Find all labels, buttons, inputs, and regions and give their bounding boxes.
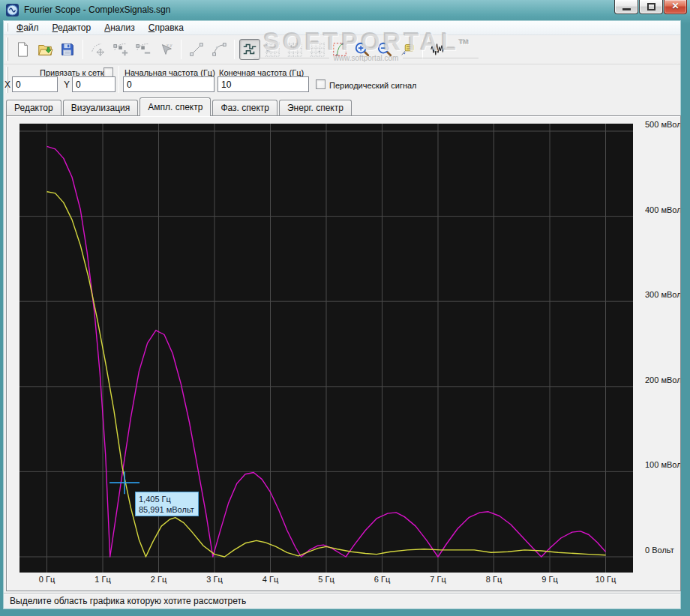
end-frequency-input[interactable]: [218, 76, 309, 92]
y-tick-3: 300 мВоль: [645, 290, 681, 299]
tab-strip: РедакторВизуализацияАмпл. спектрФаз. спе…: [4, 96, 680, 115]
menu-item-2[interactable]: Анализ: [98, 21, 142, 33]
window-title: Fourier Scope - ComplexSignals.sgn: [24, 4, 170, 15]
signal-grid-1-icon: [264, 41, 280, 58]
zoom-out-button[interactable]: [374, 39, 395, 60]
move-point-button: [88, 39, 109, 60]
toolbar: x,y: [4, 35, 680, 64]
status-bar: Выделите область графика которую хотите …: [4, 593, 680, 609]
tag-label-icon: [399, 41, 416, 58]
x-tick-7: 7 Гц: [422, 575, 454, 584]
signal-grid-2-button: [284, 39, 305, 60]
zoom-out-icon: [376, 41, 393, 58]
add-point-button: [110, 39, 131, 60]
title-bar[interactable]: Fourier Scope - ComplexSignals.sgn ✕: [0, 0, 690, 21]
parameter-bar: Привязать к сетке X Y Начальная частота …: [4, 64, 680, 96]
tab-4[interactable]: Энерг. спектр: [279, 100, 352, 115]
start-frequency-input[interactable]: [123, 76, 214, 92]
menu-item-0[interactable]: Файл: [10, 21, 46, 33]
maximize-icon: [647, 3, 656, 10]
spectrum-plot-svg: [20, 124, 633, 573]
x-tick-3: 3 Гц: [198, 575, 231, 584]
waveform-button[interactable]: [428, 39, 448, 60]
zoom-in-button[interactable]: [352, 39, 373, 60]
x-tick-4: 4 Гц: [254, 575, 287, 584]
remove-point-icon: [135, 41, 152, 58]
tooltip-frequency: 1,405 Гц: [139, 494, 195, 504]
select-curve-icon: [332, 41, 348, 58]
periodic-signal-label: Периодический сигнал: [329, 81, 417, 90]
app-window: Fourier Scope - ComplexSignals.sgn ✕ Фай…: [0, 0, 690, 616]
x-tick-0: 0 Гц: [31, 575, 64, 584]
cursor-crosshair-icon: [110, 471, 140, 494]
y-tick-4: 400 мВоль: [645, 205, 681, 214]
x-coordinate-label: X: [4, 79, 10, 90]
y-tick-2: 200 мВоль: [645, 375, 681, 384]
toolbar-separator: [181, 40, 182, 59]
new-file-icon: [14, 41, 31, 58]
signal-grid-3-button: [307, 39, 328, 60]
bezier-curve-button[interactable]: [208, 39, 230, 60]
menu-bar: ФайлРедакторАнализСправка: [4, 21, 680, 35]
close-icon: ✕: [664, 1, 686, 11]
y-coordinate-label: Y: [64, 79, 70, 90]
spectrum-chart[interactable]: 1,405 Гц 85,991 мВольт: [20, 124, 633, 573]
periodic-signal-checkbox[interactable]: [316, 79, 326, 89]
toolbar-gripper: [6, 37, 8, 61]
tab-0[interactable]: Редактор: [6, 100, 62, 115]
line-segment-icon: [188, 41, 205, 58]
maximize-button[interactable]: [639, 0, 663, 14]
x-tick-9: 9 Гц: [533, 575, 566, 584]
save-file-button[interactable]: [57, 39, 78, 60]
select-curve-button[interactable]: [329, 39, 350, 60]
y-axis-labels: 0 Вольт100 мВоль200 мВоль300 мВоль400 мВ…: [639, 116, 681, 591]
zoom-in-icon: [354, 41, 370, 58]
cursor-tooltip: 1,405 Гц 85,991 мВольт: [135, 492, 199, 516]
app-logo-icon: [6, 4, 19, 16]
toolbar-separator: [234, 40, 235, 59]
tab-2[interactable]: Ампл. спектр: [140, 97, 211, 116]
waveform-icon: [430, 41, 446, 58]
add-point-icon: [112, 41, 129, 58]
menu-item-1[interactable]: Редактор: [46, 21, 98, 33]
spectrum-panel: 1,405 Гц 85,991 мВольт 0 Вольт100 мВоль2…: [6, 115, 681, 591]
toolbar-separator: [422, 40, 423, 59]
tab-3[interactable]: Фаз. спектр: [212, 100, 278, 115]
svg-text:x,y: x,y: [166, 43, 172, 47]
minimize-button[interactable]: [614, 0, 638, 14]
remove-point-button: [133, 39, 154, 60]
menu-gripper: [6, 23, 8, 31]
x-tick-2: 2 Гц: [142, 575, 176, 584]
y-coordinate-input[interactable]: [72, 76, 116, 92]
y-tick-0: 0 Вольт: [645, 546, 681, 555]
signal-grid-2-icon: [286, 41, 303, 58]
x-tick-8: 8 Гц: [478, 575, 511, 584]
grid-lines: [20, 124, 633, 573]
x-axis-labels: 0 Гц1 Гц2 Гц3 Гц4 Гц5 Гц6 Гц7 Гц8 Гц9 Гц…: [7, 575, 681, 587]
menu-item-3[interactable]: Справка: [142, 21, 190, 33]
signal-grid-3-icon: [309, 41, 326, 58]
x-tick-5: 5 Гц: [310, 575, 343, 584]
bezier-curve-icon: [211, 41, 227, 58]
square-wave-button[interactable]: [239, 39, 260, 60]
pointer-xy-icon: x,y: [158, 41, 174, 58]
open-file-icon: [37, 41, 53, 58]
move-point-icon: [90, 41, 106, 58]
controls-separator: [118, 66, 119, 93]
y-tick-5: 500 мВоль: [645, 120, 681, 129]
minimize-icon: [622, 8, 631, 10]
tag-label-button[interactable]: [397, 39, 418, 60]
x-coordinate-input[interactable]: [12, 76, 58, 92]
toolbar-separator: [82, 40, 83, 59]
save-file-icon: [59, 41, 76, 58]
client-area: ФайлРедакторАнализСправка x,y SOFTPORTAL…: [4, 21, 680, 609]
tab-1[interactable]: Визуализация: [63, 100, 139, 115]
line-segment-button[interactable]: [186, 39, 207, 60]
new-file-button[interactable]: [12, 39, 33, 60]
close-button[interactable]: ✕: [664, 0, 687, 14]
x-tick-1: 1 Гц: [86, 575, 119, 584]
open-file-button[interactable]: [34, 39, 56, 60]
signal-grid-1-button: [262, 39, 283, 60]
square-wave-icon: [242, 41, 258, 58]
tooltip-value: 85,991 мВольт: [139, 504, 195, 515]
